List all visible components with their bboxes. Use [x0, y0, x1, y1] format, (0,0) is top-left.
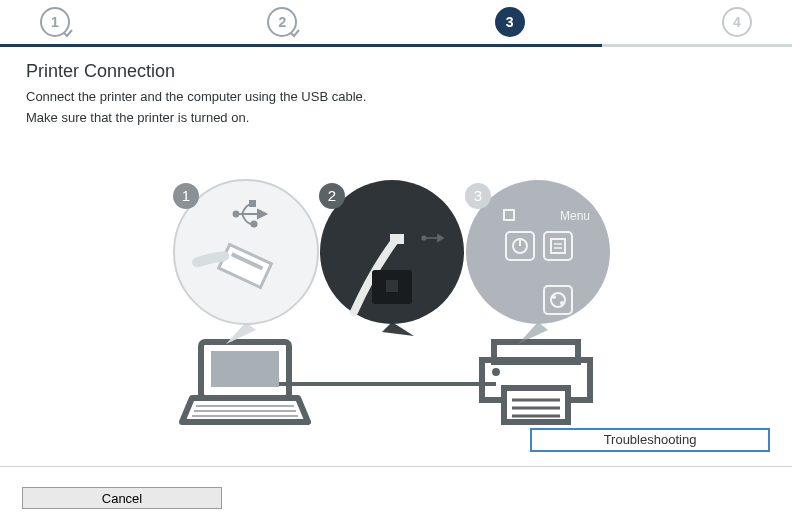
laptop-icon	[182, 342, 308, 422]
troubleshooting-label: Troubleshooting	[604, 432, 697, 447]
stepper: 1 2 3 4	[0, 0, 792, 44]
bubble-2: 2	[319, 180, 464, 336]
svg-point-45	[560, 301, 564, 305]
svg-rect-2	[211, 351, 279, 387]
main-panel: Printer Connection Connect the printer a…	[0, 47, 792, 467]
usb-connection-diagram: 1	[156, 162, 636, 432]
check-icon	[62, 27, 74, 39]
cancel-label: Cancel	[102, 491, 142, 506]
installer-window: 1 2 3 4 Printer Connection Connect the p…	[0, 0, 792, 529]
connection-illustration: 1	[0, 162, 792, 432]
description-1: Connect the printer and the computer usi…	[26, 88, 766, 105]
cancel-button[interactable]: Cancel	[22, 487, 222, 509]
svg-rect-19	[250, 201, 255, 206]
step-1: 1	[40, 7, 70, 37]
step-4-label: 4	[733, 14, 741, 30]
description-2: Make sure that the printer is turned on.	[26, 109, 766, 126]
step-3: 3	[495, 7, 525, 37]
svg-text:2: 2	[328, 187, 336, 204]
page-title: Printer Connection	[26, 61, 766, 82]
footer: Cancel	[0, 467, 792, 529]
svg-point-20	[251, 221, 256, 226]
svg-text:Menu: Menu	[560, 209, 590, 223]
svg-text:3: 3	[474, 187, 482, 204]
troubleshooting-button[interactable]: Troubleshooting	[530, 428, 770, 452]
printer-icon	[482, 342, 590, 422]
bubble-3: Menu	[465, 180, 610, 344]
check-icon	[289, 27, 301, 39]
bubble-1: 1	[173, 180, 318, 344]
svg-point-44	[552, 295, 556, 299]
step-3-label: 3	[506, 14, 514, 30]
svg-rect-26	[386, 280, 398, 292]
step-4: 4	[722, 7, 752, 37]
step-2-label: 2	[278, 14, 286, 30]
svg-point-12	[492, 368, 500, 376]
svg-text:1: 1	[182, 187, 190, 204]
step-2: 2	[267, 7, 297, 37]
step-1-label: 1	[51, 14, 59, 30]
